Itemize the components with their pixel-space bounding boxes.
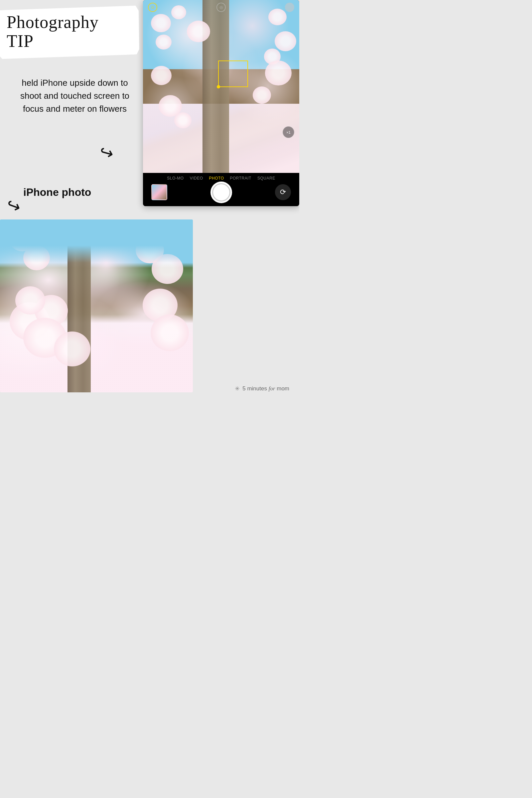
bottom-photo — [0, 220, 193, 392]
timer-icon: ⊙ — [148, 3, 157, 12]
focus-square — [218, 60, 248, 87]
zoom-label: ×1 — [286, 130, 291, 134]
focus-dot — [217, 85, 220, 89]
petal-decoration — [156, 35, 172, 50]
camera-bar: SLO-MO VIDEO PHOTO PORTRAIT SQUARE ⟳ — [143, 173, 299, 206]
shutter-button[interactable] — [210, 182, 232, 203]
camera-controls: ⟳ — [143, 182, 299, 203]
petal-decoration — [151, 14, 171, 32]
blossom-photo-result — [0, 220, 193, 392]
live-icon: ◎ — [216, 3, 226, 12]
mode-slomo[interactable]: SLO-MO — [167, 176, 184, 180]
arrow-right-indicator: ↪ — [97, 141, 116, 164]
tip-text-block: held iPhone upside down to shoot and tou… — [13, 76, 136, 115]
mode-photo[interactable]: PHOTO — [209, 176, 224, 180]
big-petal — [15, 286, 45, 315]
camera-thumbnail[interactable] — [151, 184, 167, 200]
mode-video[interactable]: VIDEO — [190, 176, 203, 180]
status-dot — [285, 3, 294, 12]
mode-portrait[interactable]: PORTRAIT — [230, 176, 251, 180]
camera-modes-list: SLO-MO VIDEO PHOTO PORTRAIT SQUARE — [167, 176, 275, 180]
watermark: ✳ 5 minutes for mom — [235, 385, 289, 392]
sky-result — [0, 220, 193, 263]
watermark-for: for — [269, 385, 275, 392]
petal-decoration — [274, 31, 296, 51]
arrow-left-indicator: ↩ — [4, 194, 23, 217]
iphone-screenshot: ⊙ ◎ ×1 SLO-MO VIDEO PHOTO PORTRAIT SQUAR… — [143, 0, 299, 206]
watermark-text: 5 minutes for mom — [242, 385, 289, 392]
petal-decoration — [151, 66, 172, 85]
big-petal — [54, 331, 91, 366]
flip-camera-button[interactable]: ⟳ — [275, 184, 291, 200]
brush-stroke-background: Photography TIP — [0, 3, 141, 62]
snowflake-icon: ✳ — [235, 385, 240, 392]
watermark-number: 5 minutes — [242, 385, 268, 392]
title-area: Photography TIP — [0, 7, 140, 58]
big-petal — [151, 315, 189, 351]
petal-decoration — [265, 60, 291, 86]
tip-description: held iPhone upside down to shoot and tou… — [13, 76, 136, 115]
camera-viewfinder: ⊙ ◎ ×1 — [143, 0, 299, 173]
mode-square[interactable]: SQUARE — [258, 176, 275, 180]
zoom-indicator: ×1 — [283, 126, 294, 138]
watermark-mom: mom — [275, 385, 290, 392]
page-title: Photography TIP — [7, 13, 130, 51]
camera-status-bar: ⊙ ◎ — [143, 3, 299, 12]
petal-decoration — [174, 112, 191, 128]
petal-decoration — [187, 21, 210, 42]
shutter-inner — [212, 183, 230, 202]
iphone-photo-label: iPhone photo — [23, 186, 91, 198]
